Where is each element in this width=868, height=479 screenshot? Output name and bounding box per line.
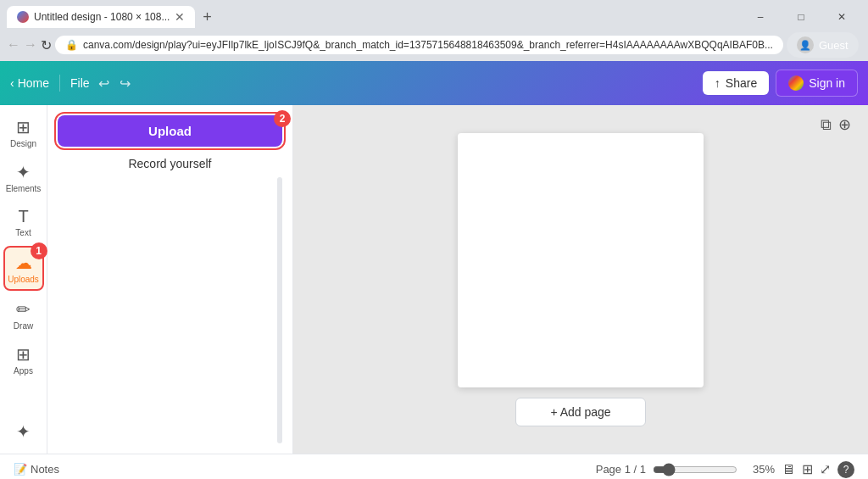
magic-icon: ✦	[16, 421, 31, 442]
zoom-slider[interactable]	[653, 463, 737, 476]
back-home-button[interactable]: ‹ Home	[10, 76, 49, 90]
lock-icon: 🔒	[65, 39, 78, 51]
guest-label: Guest	[819, 39, 849, 52]
maximize-button[interactable]: □	[782, 5, 821, 29]
redo-button[interactable]: ↪	[120, 75, 131, 92]
back-button[interactable]: ←	[7, 33, 20, 57]
browser-tab[interactable]: Untitled design - 1080 × 108... ✕	[7, 6, 195, 28]
app-body: ⊞ Design ✦ Elements T Text ☁ Uploads 1 ✏…	[0, 105, 868, 454]
chevron-left-icon: ‹	[10, 76, 14, 90]
sidebar-label-apps: Apps	[14, 366, 33, 376]
magic-button[interactable]: ✦	[3, 416, 44, 447]
record-yourself-button[interactable]: Record yourself	[58, 150, 282, 177]
guest-avatar: 👤	[797, 36, 814, 53]
panel-scroll-area	[58, 177, 282, 443]
close-window-button[interactable]: ✕	[822, 5, 861, 29]
home-label: Home	[18, 76, 49, 90]
canvas-toolbar: ⧉ ⊕	[821, 115, 851, 134]
page-indicator: Page 1 / 1	[596, 463, 646, 476]
undo-button[interactable]: ↩	[98, 75, 109, 92]
browser-menu-button[interactable]: ⋮	[860, 33, 868, 57]
sidebar-label-text: Text	[15, 228, 31, 237]
help-button[interactable]: ?	[837, 461, 854, 478]
address-bar[interactable]: 🔒 canva.com/design/play?ui=eyJFIlp7lkE_l…	[55, 36, 783, 54]
tab-close-icon[interactable]: ✕	[175, 11, 185, 23]
share-icon: ↑	[715, 76, 721, 90]
share-label: Share	[726, 76, 757, 90]
upload-button[interactable]: Upload	[58, 115, 282, 147]
bottom-bar: 📝 Notes Page 1 / 1 35% 🖥 ⊞ ⤢ ?	[0, 454, 868, 479]
draw-icon: ✏	[16, 299, 31, 320]
sidebar-item-text[interactable]: T Text	[3, 202, 44, 242]
tab-bar: Untitled design - 1080 × 108... ✕ + – □ …	[0, 0, 868, 29]
canvas-page	[458, 133, 704, 387]
app-header: ‹ Home File ↩ ↪ ↑ Share Sign in	[0, 61, 868, 105]
browser-chrome: Untitled design - 1080 × 108... ✕ + – □ …	[0, 0, 868, 61]
add-section-button[interactable]: ⊕	[838, 115, 851, 134]
tab-favicon	[17, 11, 29, 23]
fullscreen-button[interactable]: ⤢	[820, 461, 831, 477]
sidebar: ⊞ Design ✦ Elements T Text ☁ Uploads 1 ✏…	[0, 105, 47, 454]
google-icon	[788, 75, 804, 91]
notes-button[interactable]: 📝 Notes	[14, 463, 59, 476]
file-menu-button[interactable]: File	[70, 76, 90, 90]
sidebar-item-apps[interactable]: ⊞ Apps	[3, 339, 44, 381]
zoom-level: 35%	[744, 463, 775, 476]
sidebar-item-draw[interactable]: ✏ Draw	[3, 294, 44, 336]
apps-icon: ⊞	[16, 344, 31, 365]
app: ‹ Home File ↩ ↪ ↑ Share Sign in ⊞ Design	[0, 61, 868, 479]
text-icon: T	[18, 207, 28, 226]
notes-icon: 📝	[14, 463, 27, 476]
sidebar-label-elements: Elements	[6, 184, 42, 193]
canvas-area: ⧉ ⊕ + Add page	[293, 105, 868, 454]
sidebar-label-draw: Draw	[14, 321, 33, 331]
reload-button[interactable]: ↻	[41, 33, 52, 57]
share-button[interactable]: ↑ Share	[703, 71, 769, 95]
elements-icon: ✦	[16, 162, 31, 182]
guest-button[interactable]: 👤 Guest	[787, 32, 859, 58]
tab-title: Untitled design - 1080 × 108...	[34, 11, 170, 23]
annotation-badge-1: 1	[31, 242, 47, 259]
url-text: canva.com/design/play?ui=eyJFIlp7lkE_ljo…	[83, 39, 773, 51]
annotation-badge-2: 2	[274, 110, 291, 127]
sidebar-item-elements[interactable]: ✦ Elements	[3, 157, 44, 198]
sidebar-item-uploads[interactable]: ☁ Uploads 1	[3, 246, 44, 291]
forward-button[interactable]: →	[24, 33, 37, 57]
minimize-button[interactable]: –	[741, 5, 780, 29]
sidebar-item-design[interactable]: ⊞ Design	[3, 112, 44, 153]
new-tab-button[interactable]: +	[195, 5, 219, 29]
grid-view-button[interactable]: ⊞	[802, 461, 813, 477]
header-divider	[59, 75, 60, 92]
uploads-icon: ☁	[15, 253, 32, 273]
design-icon: ⊞	[16, 117, 31, 137]
signin-button[interactable]: Sign in	[776, 70, 858, 97]
desktop-view-button[interactable]: 🖥	[782, 462, 795, 477]
panel: Upload 2 Record yourself	[47, 105, 293, 454]
sidebar-label-uploads: Uploads	[8, 275, 39, 284]
sidebar-label-design: Design	[10, 139, 36, 148]
signin-label: Sign in	[809, 76, 845, 90]
scrollbar[interactable]	[277, 177, 282, 443]
notes-label: Notes	[31, 463, 59, 476]
copy-page-button[interactable]: ⧉	[821, 115, 832, 134]
add-page-button[interactable]: + Add page	[515, 398, 645, 426]
